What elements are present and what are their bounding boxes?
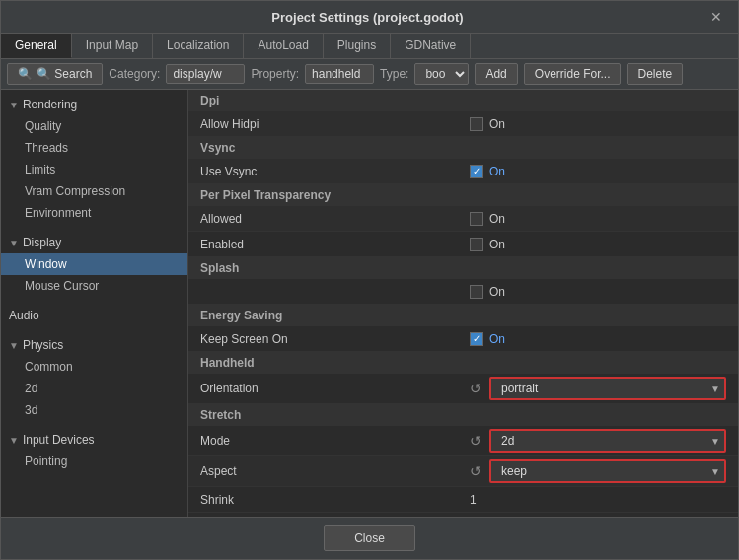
sidebar-group-input-devices[interactable]: ▼ Input Devices [1,429,187,451]
add-button[interactable]: Add [475,63,517,85]
value-allowed: On [470,212,726,226]
row-allowed: Allowed On [188,206,738,232]
shrink-value: 1 [470,493,477,507]
checkbox-allowed[interactable] [470,212,483,226]
label-allowed: Allowed [200,212,470,226]
label-enabled: Enabled [200,238,470,251]
window-title: Project Settings (project.godot) [31,10,704,25]
on-label-enabled: On [489,238,505,251]
type-label: Type: [380,67,408,81]
main-panel: Dpi Allow Hidpi On Vsync Use Vsync ✓ On [188,90,738,517]
label-shrink: Shrink [200,493,470,507]
sidebar-item-2d[interactable]: 2d [1,378,187,399]
mode-dropdown-container: disabled 2d viewport ▼ [489,429,726,453]
row-aspect: Aspect ↺ ignore keep keep_width keep_hei… [188,456,738,487]
arrow-input-devices: ▼ [9,435,19,446]
value-mode: ↺ disabled 2d viewport ▼ [468,429,726,453]
sidebar-group-rendering-label: Rendering [23,98,77,111]
sidebar-group-rendering[interactable]: ▼ Rendering [1,94,187,115]
row-keep-screen-on: Keep Screen On ✓ On [188,326,738,352]
close-footer-button[interactable]: Close [324,525,415,551]
input-devices-section: ▼ Input Devices Pointing [1,425,187,476]
search-label: 🔍 Search [37,67,92,81]
sidebar-group-physics-label: Physics [23,338,63,352]
category-label: Category: [109,67,160,81]
title-bar: Project Settings (project.godot) ✕ [1,1,738,34]
label-keep-screen-on: Keep Screen On [200,332,470,346]
sidebar-item-vram[interactable]: Vram Compression [1,180,187,202]
footer: Close [1,517,738,559]
tab-gdnative[interactable]: GDNative [391,34,471,58]
orientation-select[interactable]: portrait landscape reverse_portrait reve… [495,380,710,397]
reset-mode-button[interactable]: ↺ [468,433,483,449]
toolbar: 🔍 🔍 Search Category: Property: Type: boo… [1,59,738,90]
override-button[interactable]: Override For... [524,63,622,85]
sidebar-item-window[interactable]: Window [1,253,187,275]
sidebar-item-limits[interactable]: Limits [1,159,187,180]
project-settings-window: Project Settings (project.godot) ✕ Gener… [0,0,739,560]
search-icon: 🔍 [18,67,33,81]
property-label: Property: [251,67,299,81]
checkbox-splash[interactable] [470,285,483,299]
aspect-select[interactable]: ignore keep keep_width keep_height expan… [495,462,710,480]
on-label-allowed: On [489,212,505,226]
value-keep-screen-on: ✓ On [470,332,726,346]
sidebar-group-physics[interactable]: ▼ Physics [1,334,187,356]
tab-autoload[interactable]: AutoLoad [244,34,323,58]
checkbox-allow-hidpi[interactable] [470,117,483,131]
value-aspect: ↺ ignore keep keep_width keep_height exp… [468,459,726,483]
sidebar: ▼ Rendering Quality Threads Limits Vram … [1,90,188,517]
checkbox-keep-screen-on[interactable]: ✓ [470,332,483,346]
section-vsync: Vsync [188,137,738,159]
sidebar-item-3d[interactable]: 3d [1,399,187,421]
on-label-keep-screen-on: On [489,332,505,346]
value-allow-hidpi: On [470,117,726,131]
sidebar-group-display[interactable]: ▼ Display [1,232,187,253]
label-aspect: Aspect [200,464,468,478]
row-shrink: Shrink 1 [188,487,738,513]
label-mode: Mode [200,434,468,448]
row-mode: Mode ↺ disabled 2d viewport ▼ [188,426,738,456]
row-allow-hidpi: Allow Hidpi On [188,111,738,137]
on-label-use-vsync: On [489,165,505,178]
label-use-vsync: Use Vsync [200,165,470,178]
sidebar-item-pointing[interactable]: Pointing [1,451,187,472]
sidebar-item-threads[interactable]: Threads [1,137,187,159]
value-enabled: On [470,238,726,251]
delete-button[interactable]: Delete [627,63,683,85]
orientation-dropdown-container: portrait landscape reverse_portrait reve… [489,377,726,400]
tab-localization[interactable]: Localization [153,34,244,58]
property-input[interactable] [305,64,374,84]
aspect-dropdown-arrow: ▼ [710,466,720,477]
arrow-display: ▼ [9,238,19,248]
row-orientation: Orientation ↺ portrait landscape reverse… [188,374,738,404]
checkbox-enabled[interactable] [470,238,483,251]
row-enabled: Enabled On [188,232,738,257]
sidebar-item-audio[interactable]: Audio [1,305,187,326]
type-select[interactable]: bool [414,63,469,85]
settings-table: Dpi Allow Hidpi On Vsync Use Vsync ✓ On [188,90,738,513]
tab-input-map[interactable]: Input Map [72,34,153,58]
mode-select[interactable]: disabled 2d viewport [495,432,710,450]
sidebar-group-display-label: Display [23,236,61,249]
value-orientation: ↺ portrait landscape reverse_portrait re… [468,377,726,400]
aspect-dropdown-container: ignore keep keep_width keep_height expan… [489,459,726,483]
tab-plugins[interactable]: Plugins [324,34,391,58]
sidebar-item-environment[interactable]: Environment [1,202,187,224]
tab-general[interactable]: General [1,34,72,58]
reset-orientation-button[interactable]: ↺ [468,381,483,396]
sidebar-item-quality[interactable]: Quality [1,115,187,137]
search-button[interactable]: 🔍 🔍 Search [7,63,103,85]
sidebar-item-mouse-cursor[interactable]: Mouse Cursor [1,275,187,297]
window-close-button[interactable]: ✕ [704,7,728,27]
value-shrink: 1 [470,493,726,507]
section-per-pixel: Per Pixel Transparency [188,184,738,206]
on-label-allow-hidpi: On [489,117,505,131]
category-input[interactable] [166,64,245,84]
physics-section: ▼ Physics Common 2d 3d [1,330,187,425]
checkbox-use-vsync[interactable]: ✓ [470,165,483,178]
arrow-physics: ▼ [9,340,19,351]
reset-aspect-button[interactable]: ↺ [468,463,483,479]
label-allow-hidpi: Allow Hidpi [200,117,470,131]
sidebar-item-common[interactable]: Common [1,356,187,378]
